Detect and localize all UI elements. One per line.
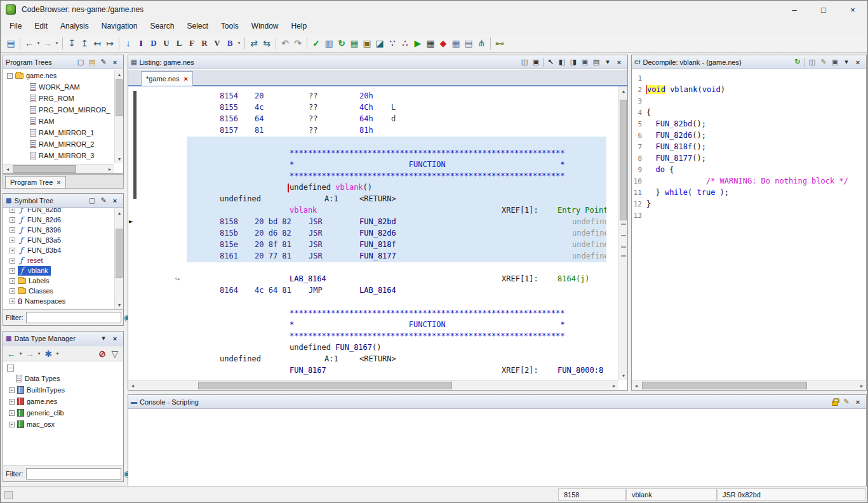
tab-game-nes[interactable]: *game.nes × [141, 71, 193, 86]
pin-icon[interactable]: ▢ [86, 195, 98, 206]
decompile-line[interactable]: 13 [632, 211, 866, 222]
copy-icon[interactable]: ◫ [519, 57, 530, 68]
decompile-line[interactable]: 2void vblank(void) [632, 85, 866, 97]
decompile-line[interactable]: 5 FUN_82bd(); [632, 119, 866, 131]
dtm-assoc-icon-dropdown[interactable]: ▾ [55, 351, 60, 356]
decompile-line[interactable]: 6 FUN_82d6(); [632, 131, 866, 142]
symbol-namespaces[interactable]: +{}Namespaces [3, 296, 114, 306]
edit-icon[interactable]: ✎ [98, 195, 109, 206]
listing-row[interactable]: vblankXREF[1]:Entry Point [128, 205, 618, 217]
nav-data-icon[interactable]: D [147, 36, 160, 51]
expand-icon[interactable]: + [10, 238, 15, 243]
collapse-all-button[interactable]: − [7, 365, 14, 372]
call-tree-icon[interactable]: ∵ [386, 36, 399, 51]
expand-icon[interactable]: + [10, 278, 15, 284]
nav-bookmark-icon-dropdown[interactable]: ▾ [236, 41, 242, 46]
listing-row[interactable]: * FUNCTION * [128, 159, 618, 171]
listing-row[interactable]: FUN_8167XREF[2]:FUN_8000:8 [128, 365, 618, 377]
close-icon[interactable]: × [109, 57, 121, 68]
symbol-fun_83b4[interactable]: +ƒFUN_83b4 [3, 245, 114, 255]
fields-icon[interactable]: ▤ [591, 57, 602, 68]
symbol-vblank[interactable]: +ƒvblank [3, 265, 114, 276]
scatter-icon[interactable]: ∴ [399, 36, 411, 51]
decompile-line[interactable]: 10 /* WARNING: Do nothing block */ [632, 177, 866, 188]
menu-search[interactable]: Search [144, 20, 180, 32]
expand-icon[interactable]: + [10, 248, 15, 253]
scroll-up-icon[interactable]: ▴ [115, 70, 124, 79]
decompile-line[interactable]: 1 [632, 74, 866, 85]
scroll-right-icon[interactable]: ▸ [857, 381, 866, 390]
dtm-back-icon-dropdown[interactable]: ▾ [18, 351, 23, 356]
listing-row[interactable]: 815820 bd 82JSRFUN_82bdundefined► [128, 217, 618, 228]
listing-row[interactable]: 815b20 d6 82JSRFUN_82d6undefined [128, 228, 618, 239]
expand-icon[interactable]: + [9, 422, 15, 427]
symbol-reset[interactable]: +ƒreset [3, 255, 114, 265]
memory-map-icon[interactable]: ▦ [424, 36, 437, 51]
menu-file[interactable]: File [3, 20, 28, 32]
prev-range-icon[interactable]: ↤ [91, 36, 103, 51]
tree-item-mac_osx[interactable]: +mac_osx [3, 419, 123, 430]
tree-item-builtintypes[interactable]: +BuiltInTypes [3, 384, 123, 396]
decompile-line[interactable]: 7 FUN_818f(); [632, 142, 866, 154]
listing-row[interactable]: ****************************************… [128, 148, 618, 159]
restore-code-icon[interactable]: ↥ [78, 36, 91, 51]
expand-icon[interactable]: + [10, 298, 15, 304]
menu-select[interactable]: Select [180, 20, 214, 32]
nav-undefined-icon[interactable]: U [160, 36, 173, 51]
copy-icon[interactable]: ◫ [806, 57, 818, 68]
listing-vertical-scrollbar[interactable]: ▴ ▾ [618, 86, 627, 380]
tab-close-icon[interactable]: × [184, 75, 188, 83]
back-icon[interactable]: ← [23, 36, 36, 51]
save-table-icon[interactable]: ▤ [462, 36, 475, 51]
listing-row[interactable]: undefinedA:1<RETURN> [128, 354, 618, 365]
close-icon[interactable]: × [613, 57, 625, 68]
scroll-up-icon[interactable]: ▴ [115, 208, 124, 217]
scroll-down-icon[interactable]: ▾ [115, 154, 124, 163]
listing-row[interactable]: undefinedA:1<RETURN> [128, 194, 618, 205]
edit-icon[interactable]: ✎ [98, 57, 109, 68]
snapshot-icon[interactable]: ▣ [579, 57, 591, 68]
close-button[interactable]: × [838, 1, 867, 18]
byte-viewer-icon[interactable]: ▥ [323, 36, 335, 51]
program-trees-vertical-scrollbar[interactable]: ▴ ▾ [114, 70, 123, 163]
dtm-filter-icon[interactable]: ▽ [109, 346, 121, 361]
listing-row[interactable] [128, 297, 618, 308]
tree-item-ram_mirror_3[interactable]: RAM_MIRROR_3 [3, 150, 114, 161]
data-table-icon[interactable]: ▦ [348, 36, 361, 51]
decompile-horizontal-scrollbar[interactable]: ◂ ▸ [632, 380, 866, 390]
scroll-down-icon[interactable]: ▾ [619, 371, 628, 380]
close-icon[interactable]: × [852, 57, 864, 68]
tree-item-generic_clib[interactable]: +generic_clib [3, 407, 123, 419]
jump-in-icon[interactable]: ⇄ [248, 36, 260, 51]
paste-icon[interactable]: ▣ [530, 57, 542, 68]
tree-item-prg_rom[interactable]: PRG_ROM [3, 93, 114, 104]
dtm-forward-icon[interactable]: → [23, 346, 36, 361]
listing-row[interactable]: 815781??81h [128, 125, 618, 137]
dtm-forward-icon-dropdown[interactable]: ▾ [36, 351, 42, 356]
console-output[interactable] [128, 410, 866, 486]
go-badge-icon[interactable]: ▣ [361, 36, 373, 51]
clear-code-icon[interactable]: ↧ [65, 36, 78, 51]
expand-icon[interactable]: + [10, 258, 15, 264]
tree-item-ram[interactable]: RAM [3, 116, 114, 127]
cursor-icon[interactable]: ↖ [545, 57, 556, 68]
expand-icon[interactable]: + [9, 399, 15, 405]
share-icon[interactable]: ⋔ [475, 36, 488, 51]
validate-icon[interactable]: ✓ [310, 36, 323, 51]
expand-icon[interactable]: + [10, 288, 15, 294]
scroll-down-icon[interactable]: ▾ [115, 300, 124, 309]
new-folder-icon[interactable]: ▤ [86, 57, 98, 68]
tab-close-icon[interactable]: × [57, 178, 60, 186]
nav-label-icon[interactable]: L [173, 36, 185, 51]
data-type-filter-input[interactable] [26, 468, 121, 480]
panel-icon[interactable]: ▢ [75, 57, 86, 68]
next-range-icon[interactable]: ↦ [103, 36, 116, 51]
listing-row[interactable] [128, 137, 618, 148]
scroll-up-icon[interactable]: ▴ [619, 86, 628, 95]
listing-row[interactable]: ****************************************… [128, 331, 618, 342]
listing-row[interactable]: * FUNCTION * [128, 319, 618, 331]
dtm-conflict-icon[interactable]: ⊘ [96, 346, 109, 361]
dtm-assoc-icon[interactable]: ✱ [42, 346, 55, 361]
decompile-line[interactable]: 4{ [632, 108, 866, 119]
expand-icon[interactable]: + [9, 387, 15, 393]
